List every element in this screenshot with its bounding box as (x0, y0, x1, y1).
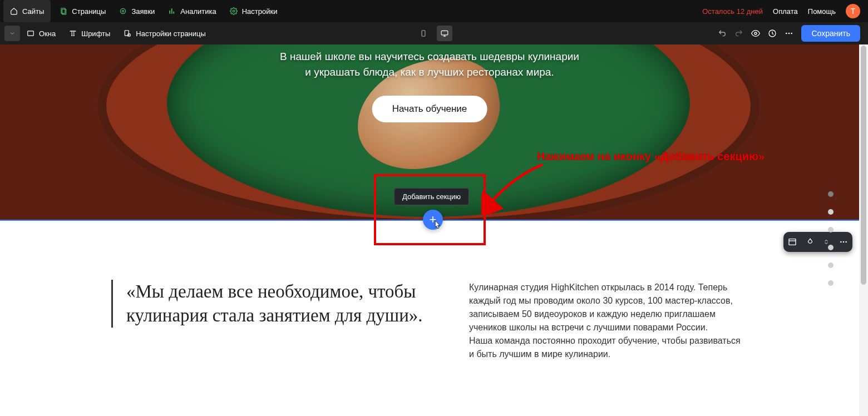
nav-dot[interactable] (828, 227, 834, 232)
viewport-switcher (416, 26, 452, 41)
top-navbar: Сайты Страницы Заявки Аналитика Настройк… (0, 0, 868, 22)
trial-remaining: Осталось 12 дней (702, 7, 763, 16)
mobile-viewport[interactable] (416, 26, 431, 41)
svg-rect-8 (28, 31, 34, 36)
annotation-text: Нажимаем на иконку «Добавить секцию» (537, 150, 765, 163)
svg-point-14 (788, 33, 790, 34)
more-icon[interactable] (785, 29, 793, 38)
svg-point-11 (754, 32, 757, 34)
svg-point-2 (121, 8, 126, 13)
structure-toggle[interactable] (4, 26, 20, 41)
topbar-right: Осталось 12 дней Оплата Помощь Т (702, 4, 868, 18)
chart-icon (168, 7, 176, 15)
more-icon[interactable] (839, 237, 848, 246)
pages-icon (60, 7, 67, 15)
history-icon[interactable] (768, 29, 777, 38)
section-float-toolbar (783, 232, 852, 252)
nav-settings[interactable]: Настройки (223, 0, 284, 22)
svg-rect-18 (789, 239, 796, 245)
nav-label: Настройки (242, 7, 278, 16)
about-section[interactable]: «Мы делаем все необходимое, чтобы кулина… (0, 221, 859, 416)
svg-point-21 (842, 241, 844, 243)
tool-label: Настройки страницы (136, 29, 206, 38)
svg-rect-5 (171, 8, 172, 13)
toolbar-right: Сохранить (718, 25, 868, 42)
quote-text[interactable]: «Мы делаем все необходимое, чтобы кулина… (111, 280, 460, 328)
nav-pages[interactable]: Страницы (53, 0, 112, 22)
svg-point-13 (786, 33, 787, 34)
nav-dot[interactable] (828, 280, 834, 286)
hero-subtitle[interactable]: В нашей школе вы научитесь создавать шед… (0, 49, 859, 80)
nav-analytics[interactable]: Аналитика (161, 0, 223, 22)
svg-rect-17 (441, 31, 448, 35)
paragraph: Кулинарная студия HighKitchen открылась … (469, 281, 744, 334)
redo-icon[interactable] (734, 29, 743, 38)
nav-label: Страницы (72, 7, 106, 16)
add-section-tooltip: Добавить секцию (394, 188, 469, 205)
tool-label: Шрифты (81, 29, 110, 38)
page-settings-tool[interactable]: Настройки страницы (117, 22, 213, 44)
nav-dot[interactable] (828, 209, 834, 215)
gear-icon (230, 7, 238, 15)
svg-point-3 (122, 10, 125, 12)
preview-icon[interactable] (751, 29, 760, 38)
desktop-viewport[interactable] (437, 26, 452, 41)
svg-rect-4 (170, 11, 171, 14)
section-nav-dots (828, 191, 834, 286)
layout-icon[interactable] (788, 237, 797, 246)
nav-dot[interactable] (828, 191, 834, 197)
svg-rect-16 (422, 31, 425, 37)
nav-dot[interactable] (828, 263, 834, 268)
svg-rect-9 (125, 31, 129, 36)
windows-tool[interactable]: Окна (20, 22, 62, 44)
svg-rect-6 (174, 12, 175, 14)
type-icon (69, 29, 77, 37)
page-gear-icon (124, 29, 131, 37)
undo-icon[interactable] (718, 29, 727, 38)
cursor-pointer-icon (432, 219, 442, 231)
cta-button[interactable]: Начать обучение (372, 96, 487, 122)
nav-label: Аналитика (180, 7, 216, 16)
target-icon (119, 7, 127, 15)
save-button[interactable]: Сохранить (801, 25, 860, 42)
user-avatar[interactable]: Т (846, 4, 860, 18)
about-paragraphs[interactable]: Кулинарная студия HighKitchen открылась … (469, 281, 744, 361)
svg-point-15 (791, 33, 793, 34)
house-icon (10, 7, 18, 15)
droplet-icon[interactable] (806, 237, 814, 246)
svg-point-20 (840, 241, 842, 243)
scrollbar-handle[interactable] (861, 46, 866, 285)
tool-label: Окна (39, 29, 56, 38)
nav-label: Заявки (131, 7, 155, 16)
nav-requests[interactable]: Заявки (112, 0, 161, 22)
help-link[interactable]: Помощь (808, 7, 836, 16)
svg-point-22 (845, 241, 847, 243)
paragraph: Наша команда постоянно проходит обучение… (469, 334, 744, 361)
page-canvas: В нашей школе вы научитесь создавать шед… (0, 44, 859, 416)
fonts-tool[interactable]: Шрифты (62, 22, 117, 44)
window-icon (27, 29, 34, 37)
nav-dot[interactable] (828, 245, 834, 250)
svg-point-7 (233, 10, 235, 12)
payment-link[interactable]: Оплата (773, 7, 798, 16)
avatar-letter: Т (851, 7, 856, 16)
nav-sites[interactable]: Сайты (3, 0, 51, 22)
nav-label: Сайты (22, 7, 44, 16)
